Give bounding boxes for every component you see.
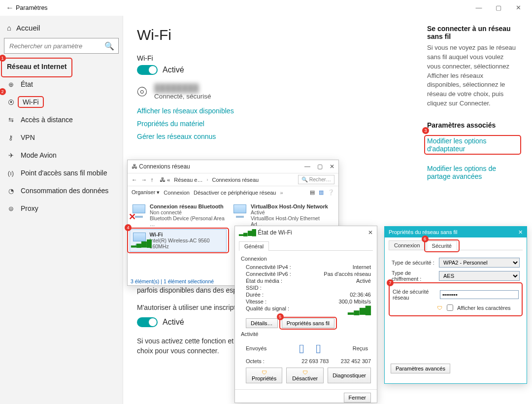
- manage-networks-link[interactable]: Gérer les réseaux connus: [137, 133, 423, 140]
- nav-back-icon[interactable]: ←: [132, 177, 137, 183]
- nav-up-icon[interactable]: ↑: [151, 177, 154, 183]
- proxy-icon: ⊜: [7, 205, 15, 212]
- close-button[interactable]: ✕: [508, 1, 528, 15]
- security-type-select[interactable]: WPA2 - Personnel: [439, 258, 520, 268]
- sidebar-item-airplane[interactable]: ✈Mode Avion: [4, 146, 119, 164]
- properties-button[interactable]: 🛡Propriétés: [246, 368, 282, 383]
- ws-activity-heading: Activité: [241, 331, 371, 337]
- show-chars-checkbox[interactable]: [447, 304, 453, 311]
- help-icon[interactable]: ❔: [328, 189, 334, 196]
- advanced-settings-button[interactable]: Paramètres avancés: [391, 364, 450, 373]
- wp-close[interactable]: ✕: [518, 229, 523, 236]
- wifi-signal-icon: ⦾: [137, 84, 147, 100]
- side-help-text: Si vous ne voyez pas le réseau sans fil …: [427, 43, 518, 108]
- search-input[interactable]: [8, 42, 104, 50]
- hotspot-toggle-state: Activé: [163, 318, 184, 327]
- vpn-icon: ⚷: [7, 134, 15, 141]
- organize-menu[interactable]: Organiser ▾: [132, 189, 160, 196]
- sharing-options-link[interactable]: Modifier les options de partage avancées: [427, 165, 518, 180]
- ws-title: État de Wi-Fi: [258, 229, 292, 236]
- sidebar-item-label: Mode Avion: [21, 151, 57, 159]
- minimize-button[interactable]: —: [469, 1, 489, 15]
- titlebar: ← Paramètres — ▢ ✕: [0, 0, 532, 16]
- ws-close[interactable]: ✕: [368, 229, 373, 236]
- encryption-type-select[interactable]: AES: [439, 271, 520, 281]
- sidebar-item-etat[interactable]: ⊕État: [4, 75, 119, 93]
- nc-min[interactable]: —: [304, 163, 310, 170]
- disable-device-menu[interactable]: Désactiver ce périphérique réseau: [194, 190, 276, 196]
- sent-label: Envoyés: [246, 345, 266, 351]
- nc-statusbar: 3 élément(s) | 1 élément sélectionné: [131, 278, 214, 284]
- activity-icon: [298, 340, 322, 357]
- sidebar-item-wifi[interactable]: ⦿ Wi-Fi 2: [4, 93, 119, 111]
- network-name: ████████: [154, 84, 211, 93]
- sidebar-item-data[interactable]: ◔Consommation des données: [4, 182, 119, 200]
- airplane-icon: ✈: [7, 152, 15, 159]
- maximize-button[interactable]: ▢: [489, 1, 508, 15]
- ws-conn-heading: Connexion: [241, 256, 371, 262]
- wireless-properties-window: Propriétés du réseau sans fil ✕ Connexio…: [384, 226, 527, 384]
- wireless-properties-button[interactable]: Propriétés sans fil: [282, 318, 334, 328]
- home-link[interactable]: ⌂ Accueil: [4, 20, 119, 36]
- sidebar-item-hotspot[interactable]: (ı)Point d'accès sans fil mobile: [4, 164, 119, 182]
- connect-menu[interactable]: Connexion: [164, 190, 190, 196]
- callout-2: 2: [0, 88, 6, 95]
- recv-label: Reçus: [353, 345, 368, 351]
- sidebar-item-label: Proxy: [21, 204, 38, 212]
- nc-icon: 🖧: [132, 163, 137, 170]
- sidebar-item-vpn[interactable]: ⚷VPN: [4, 129, 119, 146]
- dial-icon: ⇆: [7, 116, 15, 124]
- callout-3: 3: [422, 127, 429, 134]
- sidebar-item-label: VPN: [21, 134, 35, 141]
- security-type-label: Type de sécurité :: [392, 260, 435, 266]
- wifi-icon: ⦿: [7, 99, 15, 106]
- pane-icon[interactable]: ▥: [319, 189, 324, 196]
- disable-button[interactable]: 🛡Désactiver: [286, 368, 324, 383]
- adapter-icon: ▂▄▆█: [132, 232, 147, 247]
- adapter-wifi[interactable]: ▂▄▆█ Wi-FiIntel(R) Wireless-AC 9560 160M…: [130, 229, 227, 252]
- window-title: Paramètres: [16, 4, 48, 11]
- close-button-ws[interactable]: Fermer: [344, 393, 371, 403]
- sidebar-item-remote[interactable]: ⇆Accès à distance: [4, 111, 119, 129]
- breadcrumb-2[interactable]: Connexions réseau: [212, 177, 259, 183]
- wifi-toggle-state: Activé: [163, 66, 184, 74]
- nav-fwd-icon[interactable]: →: [141, 177, 147, 183]
- status-icon: ⊕: [7, 81, 15, 88]
- diagnose-button[interactable]: Diagnostiquer: [328, 368, 371, 383]
- adapter-icon: ✕: [132, 203, 147, 219]
- hotspot-icon: (ı): [7, 169, 15, 177]
- wp-tab-connexion[interactable]: Connexion: [389, 240, 426, 250]
- sidebar-item-proxy[interactable]: ⊜Proxy: [4, 200, 119, 217]
- view-icon[interactable]: ▤: [310, 189, 315, 196]
- sidebar-item-label: Point d'accès sans fil mobile: [21, 169, 107, 177]
- network-key-input[interactable]: [440, 290, 519, 299]
- home-icon: ⌂: [7, 24, 11, 32]
- sidebar-item-label: Consommation des données: [21, 187, 108, 195]
- search-box[interactable]: 🔍: [4, 38, 119, 54]
- adapter-bluetooth[interactable]: ✕ Connexion réseau BluetoothNon connecté…: [130, 202, 231, 229]
- wifi-toggle[interactable]: [137, 65, 158, 75]
- callout-5: 5: [277, 313, 284, 320]
- ws-tab-general[interactable]: Général: [239, 241, 269, 251]
- data-usage-icon: ◔: [7, 187, 15, 195]
- wp-tab-securite[interactable]: Sécurité: [427, 241, 457, 250]
- show-networks-link[interactable]: Afficher les réseaux disponibles: [137, 107, 423, 115]
- side-heading-connect: Se connecter à un réseau sans fil: [427, 25, 518, 40]
- nc-search[interactable]: 🔍 Recher…: [298, 175, 334, 184]
- hardware-props-link[interactable]: Propriétés du matériel: [137, 120, 423, 128]
- hotspot-toggle[interactable]: [137, 317, 158, 327]
- details-button[interactable]: Détails…: [246, 318, 278, 328]
- page-title: Wi-Fi: [137, 27, 423, 43]
- nc-close[interactable]: ✕: [330, 163, 334, 170]
- breadcrumb-1[interactable]: Réseau e…: [174, 177, 202, 183]
- nav-heading: Réseau et Internet: [4, 60, 69, 75]
- network-status: Connecté, sécurisé: [154, 93, 211, 100]
- back-button[interactable]: ←: [4, 3, 16, 12]
- wp-title: Propriétés du réseau sans fil: [389, 229, 457, 235]
- wifi-status-window: ▂▄▆█ État de Wi-Fi ✕ Général Connexion C…: [234, 226, 377, 403]
- adapter-virtualbox[interactable]: VirtualBox Host-Only NetworkActivéVirtua…: [231, 202, 332, 229]
- adapter-options-link[interactable]: Modifier les options d'adaptateur: [427, 137, 518, 153]
- callout-6: 6: [422, 236, 429, 242]
- nc-max[interactable]: ▢: [317, 163, 323, 170]
- show-chars-label: Afficher les caractères: [457, 305, 511, 311]
